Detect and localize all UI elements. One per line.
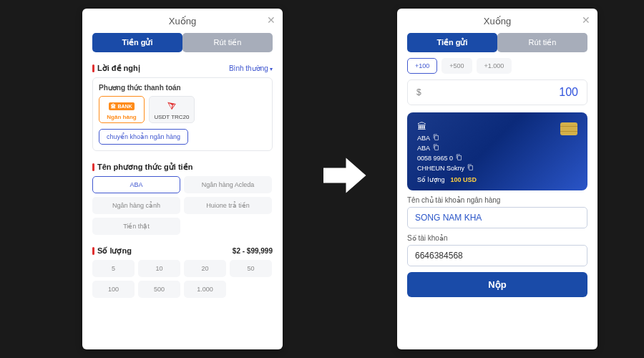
amount-option[interactable]: 100 (92, 281, 135, 298)
amount-input[interactable]: $ 100 (407, 79, 587, 105)
quick-amount[interactable]: +1.000 (477, 58, 512, 74)
method-option-canh[interactable]: Ngân hàng cảnh (92, 197, 180, 214)
method-option-huione[interactable]: Huione trả tiền (184, 197, 272, 214)
amount-value: 100 (559, 86, 578, 99)
mode-tabs: Tiền gửi Rút tiền (397, 33, 597, 58)
payment-option-label: USDT TRC20 (150, 114, 194, 120)
payment-subtitle: Phương thức thanh toán (99, 84, 266, 92)
offer-title: Lời đề nghị (92, 64, 140, 73)
card-number: 0058 9965 0 (417, 155, 453, 162)
quick-amount[interactable]: +100 (407, 58, 437, 74)
close-icon[interactable]: ✕ (582, 14, 590, 26)
priority-dropdown[interactable]: Bình thường (229, 64, 273, 72)
card-bank-name: ABA (417, 135, 430, 142)
amount-option[interactable]: 50 (230, 260, 272, 277)
bank-icon: 🏛 BANK (99, 100, 144, 112)
tron-icon (150, 100, 194, 112)
deposit-step1-panel: Xuống ✕ Tiền gửi Rút tiền Lời đề nghị Bì… (82, 9, 283, 349)
method-option-acleda[interactable]: Ngân hàng Acleda (184, 176, 272, 193)
chip-icon (560, 122, 577, 135)
payment-method-box: Phương thức thanh toán 🏛 BANK Ngân hàng … (92, 77, 273, 151)
close-icon[interactable]: ✕ (267, 14, 275, 26)
method-option-aba[interactable]: ABA (92, 176, 180, 193)
amount-option[interactable]: 1.000 (184, 281, 226, 298)
account-label: Số tài khoản (407, 234, 587, 242)
amount-option[interactable]: 500 (138, 281, 180, 298)
submit-button[interactable]: Nộp (407, 272, 587, 297)
modal-title: Xuống (484, 16, 511, 26)
modal-title: Xuống (169, 16, 196, 26)
quantity-section: Số lượng $2 - $99,999 5 10 20 50 100 500… (82, 241, 283, 304)
quick-amount-row: +100 +500 +1.000 (397, 58, 597, 74)
card-holder: CHHEUN Sokny (417, 165, 464, 172)
card-qty-value: 100 USD (451, 176, 477, 183)
offer-section: Lời đề nghị Bình thường Phương thức than… (82, 58, 283, 157)
deposit-step2-panel: Xuống ✕ Tiền gửi Rút tiền +100 +500 +1.0… (397, 9, 597, 349)
holder-label: Tên chủ tài khoản ngân hàng (407, 196, 587, 204)
tab-withdraw[interactable]: Rút tiền (497, 33, 587, 52)
quantity-range: $2 - $99,999 (233, 247, 273, 255)
payment-option-usdt[interactable]: USDT TRC20 (149, 96, 195, 123)
payment-option-label: Ngân hàng (99, 114, 144, 120)
currency-symbol: $ (416, 87, 421, 97)
holder-input[interactable] (407, 207, 587, 228)
deposit-method-section: Tên phương thức gửi tiền ABA Ngân hàng A… (82, 157, 283, 241)
holder-field: Tên chủ tài khoản ngân hàng (407, 196, 587, 228)
mode-tabs: Tiền gửi Rút tiền (82, 33, 283, 58)
card-bank-name2: ABA (417, 145, 430, 152)
deposit-method-title: Tên phương thức gửi tiền (92, 163, 192, 172)
arrow-right-icon (318, 150, 369, 200)
copy-icon[interactable] (433, 134, 439, 142)
tab-withdraw[interactable]: Rút tiền (182, 33, 273, 52)
method-option-cash[interactable]: Tiền thật (92, 218, 180, 235)
bank-card: 🏛 ABA ABA 0058 9965 0 CHHEUN Sokny Số lư… (407, 112, 587, 190)
quick-amount[interactable]: +500 (441, 58, 472, 74)
tab-deposit[interactable]: Tiền gửi (92, 33, 182, 52)
tab-deposit[interactable]: Tiền gửi (407, 33, 497, 52)
modal-header: Xuống ✕ (397, 9, 597, 33)
payment-option-bank[interactable]: 🏛 BANK Ngân hàng (99, 96, 145, 123)
copy-icon[interactable] (456, 154, 462, 162)
modal-header: Xuống ✕ (82, 9, 283, 33)
account-input[interactable] (407, 245, 587, 266)
bank-transfer-button[interactable]: chuyển khoản ngân hàng (99, 129, 188, 145)
quantity-title: Số lượng (92, 246, 132, 256)
bank-building-icon: 🏛 (417, 121, 577, 132)
amount-option[interactable]: 10 (138, 260, 180, 277)
copy-icon[interactable] (467, 164, 474, 172)
copy-icon[interactable] (433, 144, 439, 152)
amount-option[interactable]: 20 (184, 260, 226, 277)
card-qty-label: Số lượng (417, 176, 445, 183)
amount-option[interactable]: 5 (92, 260, 135, 277)
account-field: Số tài khoản (407, 234, 587, 266)
